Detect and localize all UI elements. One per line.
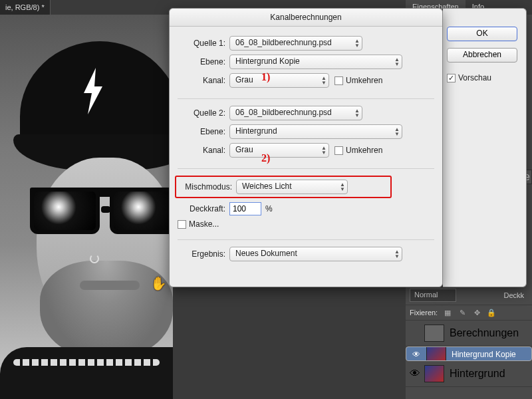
source2-layer-value: Hintergrund bbox=[235, 126, 277, 136]
updown-icon: ▲▼ bbox=[340, 182, 345, 192]
layer-thumbnail bbox=[426, 346, 446, 361]
mask-checkbox[interactable] bbox=[178, 220, 186, 229]
source2-channel-select[interactable]: Grau▲▼ bbox=[229, 143, 329, 158]
source2-file-value: 06_08_bildberechnung.psd bbox=[235, 108, 332, 117]
percent-label: % bbox=[265, 204, 273, 213]
source1-channel-label: Kanal: bbox=[178, 76, 229, 85]
source2-label: Quelle 2: bbox=[178, 108, 229, 118]
layer-name: Berechnungen bbox=[450, 327, 519, 339]
dialog-button-column: OK Abbrechen Vorschau bbox=[447, 27, 521, 82]
layer-name: Hintergrund bbox=[450, 368, 505, 380]
opacity-input[interactable] bbox=[229, 202, 261, 215]
ok-button[interactable]: OK bbox=[447, 27, 517, 41]
source2-layer-label: Ebene: bbox=[178, 127, 229, 136]
lock-row: Fixieren: ▦ ✎ ✥ 🔒 bbox=[406, 305, 532, 321]
updown-icon: ▲▼ bbox=[321, 146, 327, 155]
result-label: Ergebnis: bbox=[178, 249, 229, 259]
lock-move-icon[interactable]: ✥ bbox=[472, 308, 481, 317]
blendmode-label: Mischmodus: bbox=[180, 182, 236, 192]
source2-channel-value: Grau bbox=[235, 145, 253, 154]
svg-marker-0 bbox=[84, 68, 102, 114]
lock-all-icon[interactable]: 🔒 bbox=[487, 308, 496, 317]
layer-row[interactable]: 👁 Hintergrund Kopie bbox=[406, 346, 532, 361]
lock-transparency-icon[interactable]: ▦ bbox=[443, 308, 452, 317]
result-select[interactable]: Neues Dokument▲▼ bbox=[229, 247, 402, 261]
dialog-title: Kanalberechnungen bbox=[170, 9, 442, 27]
layer-row[interactable]: Berechnungen bbox=[406, 321, 532, 346]
portrait-nosepiece bbox=[101, 206, 110, 213]
document-tab-label: ie, RGB/8) * bbox=[5, 3, 45, 11]
source2-channel-label: Kanal: bbox=[178, 146, 229, 155]
layers-panel: Normal Deckk Fixieren: ▦ ✎ ✥ 🔒 Berechnun… bbox=[406, 286, 532, 387]
highlight-annotation: Mischmodus: Weiches Licht▲▼ bbox=[175, 176, 392, 198]
lock-brush-icon[interactable]: ✎ bbox=[458, 308, 467, 317]
updown-icon: ▲▼ bbox=[394, 57, 400, 66]
source1-invert-label: Umkehren bbox=[346, 76, 382, 85]
blendmode-value: Weiches Licht bbox=[242, 182, 291, 191]
calculations-dialog: Kanalberechnungen Quelle 1: 06_08_bildbe… bbox=[169, 8, 443, 287]
hand-cursor-icon: ✋ bbox=[150, 275, 167, 291]
canvas[interactable]: ✋ bbox=[0, 15, 173, 399]
blending-block: Mischmodus: Weiches Licht▲▼ Deckkraft: %… bbox=[178, 176, 434, 240]
lightning-bolt-icon bbox=[80, 68, 106, 114]
portrait-lens-left bbox=[30, 188, 100, 234]
updown-icon: ▲▼ bbox=[321, 76, 327, 85]
portrait-jacket bbox=[0, 347, 173, 399]
source2-invert-label: Umkehren bbox=[346, 146, 382, 155]
lock-label: Fixieren: bbox=[410, 309, 438, 317]
blend-mode-select[interactable]: Normal bbox=[410, 289, 456, 302]
source1-layer-label: Ebene: bbox=[178, 57, 229, 66]
source1-invert-checkbox[interactable] bbox=[334, 76, 343, 85]
layer-thumbnail bbox=[424, 365, 444, 382]
source1-block: Quelle 1: 06_08_bildberechnung.psd▲▼ Ebe… bbox=[178, 36, 434, 99]
source2-block: Quelle 2: 06_08_bildberechnung.psd▲▼ Ebe… bbox=[178, 106, 434, 169]
opacity-label: Deckk bbox=[503, 291, 528, 299]
blend-mode-value: Normal bbox=[414, 291, 438, 299]
layer-visibility-icon[interactable]: 👁 bbox=[410, 368, 419, 380]
layer-row[interactable]: 👁 Hintergrund bbox=[406, 361, 532, 387]
source1-channel-value: Grau bbox=[235, 75, 253, 84]
portrait-lips bbox=[80, 281, 140, 290]
preview-checkbox[interactable] bbox=[447, 74, 456, 82]
source1-file-value: 06_08_bildberechnung.psd bbox=[235, 38, 332, 47]
source1-layer-select[interactable]: Hintergrund Kopie▲▼ bbox=[229, 55, 402, 69]
portrait-lens-right bbox=[110, 188, 173, 234]
preview-label: Vorschau bbox=[458, 73, 491, 82]
source1-file-select[interactable]: 06_08_bildberechnung.psd▲▼ bbox=[229, 36, 362, 51]
source2-file-select[interactable]: 06_08_bildberechnung.psd▲▼ bbox=[229, 106, 362, 120]
opacity-label: Deckkraft: bbox=[178, 204, 229, 213]
portrait-nose-ring bbox=[90, 254, 99, 263]
layer-name: Hintergrund Kopie bbox=[452, 350, 516, 359]
source1-layer-value: Hintergrund Kopie bbox=[235, 57, 300, 66]
result-value: Neues Dokument bbox=[235, 249, 297, 258]
source1-label: Quelle 1: bbox=[178, 39, 229, 48]
cancel-button[interactable]: Abbrechen bbox=[447, 48, 517, 63]
source2-invert-checkbox[interactable] bbox=[334, 146, 343, 155]
document-tab[interactable]: ie, RGB/8) * bbox=[0, 0, 51, 15]
updown-icon: ▲▼ bbox=[354, 39, 360, 48]
mask-label: Maske... bbox=[189, 219, 219, 229]
layer-thumbnail bbox=[424, 325, 444, 342]
updown-icon: ▲▼ bbox=[394, 249, 400, 259]
source2-layer-select[interactable]: Hintergrund▲▼ bbox=[229, 124, 402, 139]
source1-channel-select[interactable]: Grau▲▼ bbox=[229, 73, 329, 88]
updown-icon: ▲▼ bbox=[394, 127, 400, 136]
layer-visibility-icon[interactable]: 👁 bbox=[412, 350, 421, 359]
updown-icon: ▲▼ bbox=[354, 108, 360, 118]
blendmode-select[interactable]: Weiches Licht▲▼ bbox=[236, 180, 348, 194]
